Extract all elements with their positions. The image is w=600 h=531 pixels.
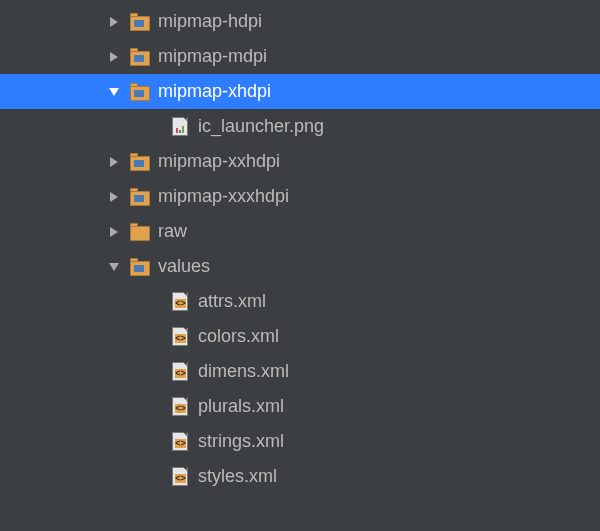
tree-item-styles-xml[interactable]: <> styles.xml <box>0 459 600 494</box>
tree-item-mipmap-hdpi[interactable]: mipmap-hdpi <box>0 4 600 39</box>
tree-item-mipmap-xhdpi[interactable]: mipmap-xhdpi <box>0 74 600 109</box>
folder-icon <box>130 222 150 242</box>
project-tree: mipmap-hdpi mipmap-mdpi mipmap-xhdpi ic_… <box>0 0 600 494</box>
tree-item-label: styles.xml <box>198 466 277 487</box>
resource-folder-icon <box>130 82 150 102</box>
chevron-right-icon <box>106 154 122 170</box>
tree-item-label: attrs.xml <box>198 291 266 312</box>
xml-file-icon: <> <box>170 362 190 382</box>
tree-item-strings-xml[interactable]: <> strings.xml <box>0 424 600 459</box>
tree-item-label: raw <box>158 221 187 242</box>
tree-item-label: mipmap-xxxhdpi <box>158 186 289 207</box>
tree-item-plurals-xml[interactable]: <> plurals.xml <box>0 389 600 424</box>
tree-item-label: mipmap-xhdpi <box>158 81 271 102</box>
chevron-right-icon <box>106 49 122 65</box>
tree-item-label: ic_launcher.png <box>198 116 324 137</box>
tree-item-ic-launcher[interactable]: ic_launcher.png <box>0 109 600 144</box>
xml-file-icon: <> <box>170 467 190 487</box>
resource-folder-icon <box>130 257 150 277</box>
chevron-down-icon <box>106 84 122 100</box>
chevron-right-icon <box>106 224 122 240</box>
chevron-down-icon <box>106 259 122 275</box>
xml-file-icon: <> <box>170 397 190 417</box>
xml-file-icon: <> <box>170 327 190 347</box>
image-file-icon <box>170 117 190 137</box>
resource-folder-icon <box>130 187 150 207</box>
tree-item-label: dimens.xml <box>198 361 289 382</box>
tree-item-mipmap-xxhdpi[interactable]: mipmap-xxhdpi <box>0 144 600 179</box>
tree-item-mipmap-xxxhdpi[interactable]: mipmap-xxxhdpi <box>0 179 600 214</box>
xml-file-icon: <> <box>170 292 190 312</box>
tree-item-dimens-xml[interactable]: <> dimens.xml <box>0 354 600 389</box>
tree-item-label: mipmap-hdpi <box>158 11 262 32</box>
resource-folder-icon <box>130 12 150 32</box>
tree-item-label: mipmap-mdpi <box>158 46 267 67</box>
tree-item-colors-xml[interactable]: <> colors.xml <box>0 319 600 354</box>
tree-item-label: plurals.xml <box>198 396 284 417</box>
tree-item-mipmap-mdpi[interactable]: mipmap-mdpi <box>0 39 600 74</box>
resource-folder-icon <box>130 152 150 172</box>
tree-item-attrs-xml[interactable]: <> attrs.xml <box>0 284 600 319</box>
tree-item-label: colors.xml <box>198 326 279 347</box>
tree-item-label: values <box>158 256 210 277</box>
xml-file-icon: <> <box>170 432 190 452</box>
tree-item-label: strings.xml <box>198 431 284 452</box>
chevron-right-icon <box>106 14 122 30</box>
tree-item-raw[interactable]: raw <box>0 214 600 249</box>
tree-item-values[interactable]: values <box>0 249 600 284</box>
tree-item-label: mipmap-xxhdpi <box>158 151 280 172</box>
resource-folder-icon <box>130 47 150 67</box>
chevron-right-icon <box>106 189 122 205</box>
